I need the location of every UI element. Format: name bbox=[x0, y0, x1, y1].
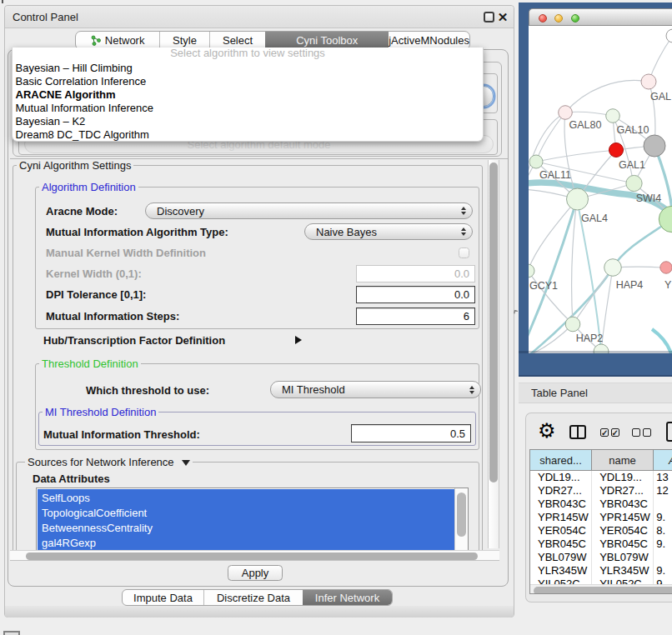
table-panel: ⚙ ✓ ✓ shared... name A YDL19... bbox=[525, 412, 672, 602]
table-horizontal-scrollbar[interactable] bbox=[530, 584, 672, 594]
sources-title-label: Sources for Network Inference bbox=[28, 456, 174, 468]
network-node[interactable] bbox=[626, 175, 642, 191]
network-graph[interactable]: GALGAL80GAL10GAL1GAL11SWI4GAL4GCY1HAP4YH… bbox=[529, 26, 672, 353]
manual-kernel-checkbox[interactable] bbox=[459, 248, 469, 258]
float-window-icon[interactable] bbox=[484, 12, 494, 22]
dropdown-item-basic-correlation-inference[interactable]: Basic Correlation Inference bbox=[16, 75, 466, 88]
mi-type-combobox[interactable]: Naive Bayes bbox=[304, 223, 473, 240]
document-icon[interactable] bbox=[666, 422, 672, 442]
network-node[interactable] bbox=[659, 206, 672, 232]
table-row[interactable]: YDL19... YDL19... 13 bbox=[530, 471, 672, 484]
table-row[interactable]: YER054C YER054C 8. bbox=[530, 524, 672, 538]
aracne-mode-combobox[interactable]: Discovery bbox=[145, 202, 473, 219]
splitter-handle[interactable] bbox=[514, 310, 519, 315]
network-node[interactable] bbox=[567, 188, 589, 210]
network-node[interactable] bbox=[529, 264, 534, 278]
minimize-traffic-light-icon[interactable] bbox=[554, 14, 563, 22]
mi-threshold-field[interactable]: 0.5 bbox=[351, 424, 471, 442]
network-node[interactable] bbox=[604, 259, 622, 277]
network-edge[interactable] bbox=[573, 268, 613, 324]
network-node[interactable] bbox=[660, 262, 672, 273]
cell-value: 8. bbox=[654, 524, 672, 538]
tab-discretize-data[interactable]: Discretize Data bbox=[203, 590, 303, 605]
dpi-tolerance-field[interactable]: 0.0 bbox=[356, 286, 475, 303]
settings-vertical-scrollbar-thumb[interactable] bbox=[489, 162, 498, 482]
network-edge[interactable] bbox=[565, 80, 649, 112]
mi-steps-field[interactable]: 6 bbox=[356, 308, 475, 325]
checked-checkbox-icon[interactable]: ✓ bbox=[611, 428, 619, 437]
table-row[interactable]: YBR043C YBR043C bbox=[530, 498, 672, 511]
column-header-partial[interactable]: A bbox=[654, 450, 672, 470]
data-attributes-label: Data Attributes bbox=[33, 472, 110, 485]
sources-collapse-arrow-icon[interactable] bbox=[182, 460, 190, 466]
docked-panel-button[interactable] bbox=[3, 631, 20, 635]
network-node[interactable] bbox=[609, 143, 624, 158]
list-item-selfloops[interactable]: SelfLoops bbox=[42, 491, 90, 506]
dropdown-item-bayesian-hill-climbing[interactable]: Bayesian – Hill Climbing bbox=[16, 62, 466, 75]
network-node[interactable] bbox=[606, 109, 620, 123]
network-edge[interactable] bbox=[536, 112, 565, 162]
network-node[interactable] bbox=[559, 106, 573, 120]
mi-threshold-label: Mutual Information Threshold: bbox=[43, 428, 200, 441]
settings-vertical-scrollbar[interactable] bbox=[488, 160, 499, 548]
list-vertical-scrollbar-thumb[interactable] bbox=[457, 492, 466, 537]
close-traffic-light-icon[interactable] bbox=[539, 14, 547, 22]
tab-jactivemnodules[interactable]: jActiveMNodules bbox=[389, 32, 469, 49]
network-node-label: GAL bbox=[650, 91, 671, 102]
tab-network[interactable]: Network bbox=[76, 32, 159, 49]
cell-value bbox=[654, 551, 672, 564]
kernel-width-field[interactable]: 0.0 bbox=[356, 265, 475, 282]
dropdown-item-dream8-dc-tdc-algorithm[interactable]: Dream8 DC_TDC Algorithm bbox=[16, 128, 466, 142]
network-node[interactable] bbox=[644, 135, 665, 157]
checked-checkbox-icon[interactable]: ✓ bbox=[600, 428, 609, 437]
settings-horizontal-scrollbar[interactable] bbox=[10, 550, 499, 561]
gear-icon[interactable]: ⚙ bbox=[538, 418, 556, 443]
list-vertical-scrollbar[interactable] bbox=[454, 488, 468, 550]
column-header-name[interactable]: name bbox=[592, 450, 654, 470]
dropdown-item-mutual-information-inference[interactable]: Mutual Information Inference bbox=[16, 102, 466, 115]
which-threshold-combobox[interactable]: MI Threshold bbox=[270, 381, 481, 398]
list-item-gal4rgexp[interactable]: gal4RGexp bbox=[42, 536, 96, 550]
table-row[interactable]: YDR27... YDR27... 12 bbox=[530, 484, 672, 498]
cell-value: 9. bbox=[654, 564, 672, 578]
table-row[interactable]: YBL079W YBL079W bbox=[530, 551, 672, 564]
network-edge[interactable] bbox=[529, 199, 577, 271]
window-bottom-edge bbox=[5, 606, 514, 618]
tab-impute-data[interactable]: Impute Data bbox=[123, 590, 203, 605]
dropdown-item-bayesian-k2[interactable]: Bayesian – K2 bbox=[16, 115, 466, 128]
network-edge[interactable] bbox=[652, 329, 672, 353]
network-window-titlebar[interactable] bbox=[529, 8, 672, 26]
dropdown-item-aracne-algorithm[interactable]: ARACNE Algorithm bbox=[16, 88, 466, 102]
cell-name: YER054C bbox=[592, 524, 654, 538]
close-icon[interactable]: ✕ bbox=[496, 9, 509, 25]
zoom-traffic-light-icon[interactable] bbox=[571, 14, 579, 22]
unchecked-checkbox-icon[interactable] bbox=[643, 428, 651, 437]
network-edge[interactable] bbox=[536, 150, 616, 162]
data-attributes-list[interactable]: SelfLoops TopologicalCoefficient Between… bbox=[36, 488, 469, 550]
table-row[interactable]: YIL052C YIL052C 9 bbox=[530, 578, 672, 584]
network-node[interactable] bbox=[666, 29, 672, 42]
unchecked-checkbox-icon[interactable] bbox=[632, 428, 640, 437]
which-threshold-label: Which threshold to use: bbox=[86, 384, 209, 397]
hub-expander-arrow-icon[interactable] bbox=[295, 336, 302, 344]
cell-value: 9 bbox=[654, 578, 672, 584]
table-row[interactable]: YLR345W YLR345W 9. bbox=[530, 564, 672, 578]
split-table-icon[interactable] bbox=[569, 425, 586, 439]
column-header-shared-name[interactable]: shared... bbox=[530, 450, 592, 470]
tab-infer-network[interactable]: Infer Network bbox=[303, 590, 392, 605]
network-node[interactable] bbox=[529, 155, 543, 168]
table-row[interactable]: YPR145W YPR145W 9. bbox=[530, 511, 672, 524]
network-canvas[interactable]: GALGAL80GAL10GAL1GAL11SWI4GAL4GCY1HAP4YH… bbox=[529, 26, 672, 353]
network-node[interactable] bbox=[565, 317, 580, 332]
screen: Control Panel ✕ Network Style bbox=[0, 0, 672, 635]
list-item-betweennesscentrality[interactable]: BetweennessCentrality bbox=[42, 521, 153, 536]
cell-name: YDL19... bbox=[592, 471, 654, 484]
hub-definition-expander[interactable]: Hub/Transcription Factor Definition bbox=[43, 334, 225, 347]
list-item-topologicalcoefficient[interactable]: TopologicalCoefficient bbox=[42, 506, 147, 521]
network-node[interactable] bbox=[641, 74, 656, 89]
table-row[interactable]: YBR045C YBR045C 9. bbox=[530, 538, 672, 551]
table-horizontal-scrollbar-thumb[interactable] bbox=[534, 587, 672, 595]
settings-horizontal-scrollbar-thumb[interactable] bbox=[26, 552, 478, 560]
apply-button[interactable]: Apply bbox=[228, 565, 283, 581]
aracne-mode-value: Discovery bbox=[157, 205, 204, 218]
